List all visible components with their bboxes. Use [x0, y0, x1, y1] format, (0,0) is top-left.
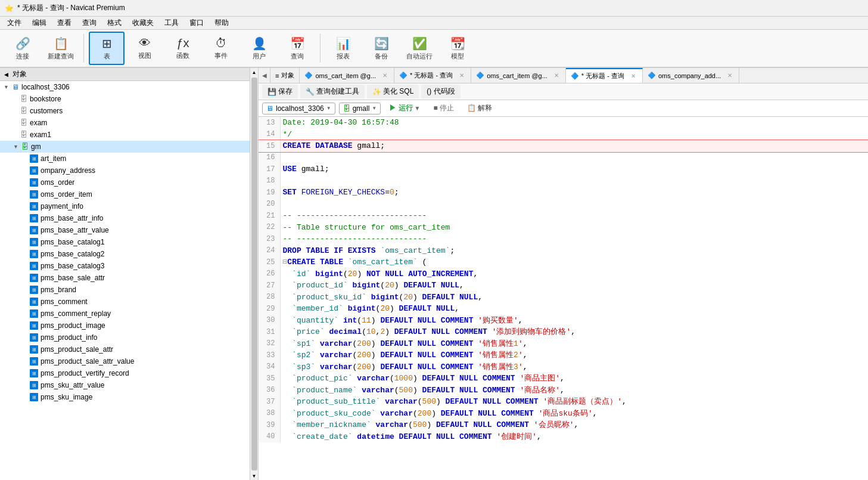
stop-button[interactable]: ■ 停止: [429, 102, 459, 114]
scroll-thumb[interactable]: [251, 78, 257, 470]
tree-item-pms_product_sale_attr[interactable]: ⊞pms_product_sale_attr: [0, 343, 250, 355]
menu-编辑[interactable]: 编辑: [27, 17, 51, 29]
line-content-20[interactable]: [280, 199, 868, 210]
tab-oms-cart2[interactable]: 🔷oms_cart_item @g...✕: [471, 68, 566, 83]
menu-工具[interactable]: 工具: [160, 17, 183, 29]
line-content-24[interactable]: DROP TABLE IF EXISTS `oms_cart_item`;: [280, 245, 868, 257]
tree-item-pms_comment[interactable]: ⊞pms_comment: [0, 296, 250, 308]
tree-item-ompany_address[interactable]: ⊞ompany_address: [0, 165, 250, 176]
tree-item-pms_comment_replay[interactable]: ⊞pms_comment_replay: [0, 308, 250, 320]
line-content-31[interactable]: `price` decimal(10,2) DEFAULT NULL COMME…: [280, 326, 868, 338]
tree-item-pms_brand[interactable]: ⊞pms_brand: [0, 284, 250, 296]
toolbar-btn-new-query[interactable]: 📋新建查询: [43, 32, 79, 65]
menu-窗口[interactable]: 窗口: [185, 17, 209, 29]
tree-item-pms_base_catalog1[interactable]: ⊞pms_base_catalog1: [0, 236, 250, 248]
line-content-21[interactable]: -- ----------------------------: [280, 210, 868, 222]
line-content-26[interactable]: `id` bigint(20) NOT NULL AUTO_INCREMENT,: [280, 268, 868, 280]
query-builder-button[interactable]: 🔧 查询创建工具: [300, 85, 365, 98]
menu-帮助[interactable]: 帮助: [210, 17, 234, 29]
scroll-up-arrow[interactable]: ▲: [250, 68, 259, 76]
tree-item-exam[interactable]: 🗄exam: [0, 117, 250, 129]
toolbar-btn-user[interactable]: 👤用户: [241, 32, 277, 65]
tree-item-pms_base_attr_value[interactable]: ⊞pms_base_attr_value: [0, 224, 250, 236]
menu-查询[interactable]: 查询: [77, 17, 101, 29]
line-content-32[interactable]: `sp1` varchar(200) DEFAULT NULL COMMENT …: [280, 338, 868, 350]
save-button[interactable]: 💾 保存: [262, 85, 298, 98]
line-content-36[interactable]: `product_name` varchar(500) DEFAULT NULL…: [280, 385, 868, 397]
database-select[interactable]: 🗄 gmall ▼: [339, 103, 381, 114]
tree-item-oms_order_item[interactable]: ⊞oms_order_item: [0, 188, 250, 200]
tree-item-pms_product_info[interactable]: ⊞pms_product_info: [0, 332, 250, 343]
sidebar-scrollbar[interactable]: ▲ ▼: [250, 68, 259, 480]
tree-item-payment_info[interactable]: ⊞payment_info: [0, 200, 250, 212]
tree-item-pms_sku_image[interactable]: ⊞pms_sku_image: [0, 391, 250, 403]
tab-oms-cart1[interactable]: 🔷oms_cart_item @g...✕: [300, 68, 394, 83]
tree-item-localhost_3306[interactable]: ▼🖥localhost_3306: [0, 81, 250, 93]
tab-close-untitled2[interactable]: ✕: [629, 72, 637, 80]
toolbar-btn-backup[interactable]: 🔄备份: [363, 32, 399, 65]
code-snippet-button[interactable]: () 代码段: [421, 85, 460, 98]
line-content-35[interactable]: `product_pic` varchar(1000) DEFAULT NULL…: [280, 373, 868, 385]
scroll-down-arrow[interactable]: ▼: [250, 472, 259, 480]
scroll-up-btn[interactable]: ◀: [2, 72, 10, 78]
line-content-37[interactable]: `product_sub_title` varchar(500) DEFAULT…: [280, 396, 868, 408]
line-content-30[interactable]: `quantity` int(11) DEFAULT NULL COMMENT …: [280, 315, 868, 327]
tree-item-art_item[interactable]: ⊞art_item: [0, 153, 250, 165]
run-dropdown[interactable]: ▼: [415, 105, 421, 112]
toolbar-btn-connect[interactable]: 🔗连接: [5, 32, 41, 65]
tab-oms-company[interactable]: 🔷oms_company_add...✕: [643, 68, 739, 83]
run-button[interactable]: ▶ 运行 ▼: [384, 102, 425, 114]
tab-close-oms-cart2[interactable]: ✕: [552, 72, 561, 80]
tab-close-oms-cart1[interactable]: ✕: [381, 72, 389, 80]
tree-item-pms_base_attr_info[interactable]: ⊞pms_base_attr_info: [0, 212, 250, 224]
line-content-23[interactable]: -- ----------------------------: [280, 233, 868, 245]
toolbar-btn-function[interactable]: ƒx函数: [165, 32, 201, 65]
tree-item-bookstore[interactable]: 🗄bookstore: [0, 93, 250, 105]
toolbar-btn-report[interactable]: 📊报表: [325, 32, 361, 65]
tab-nav-left[interactable]: ◀: [259, 68, 270, 83]
line-content-17[interactable]: USE gmall;: [280, 163, 868, 175]
line-content-39[interactable]: `member_nickname` varchar(500) DEFAULT N…: [280, 419, 868, 431]
tree-item-pms_product_sale_attr_value[interactable]: ⊞pms_product_sale_attr_value: [0, 355, 250, 367]
code-editor[interactable]: 13Date: 2019-04-30 16:57:4814*/15CREATE …: [259, 117, 868, 480]
line-content-27[interactable]: `product_id` bigint(20) DEFAULT NULL,: [280, 280, 868, 292]
line-content-15[interactable]: CREATE DATABASE gmall;: [280, 140, 868, 152]
tree-item-pms_base_sale_attr[interactable]: ⊞pms_base_sale_attr: [0, 272, 250, 284]
explain-button[interactable]: 📋 解释: [462, 102, 497, 114]
tree-item-pms_product_vertify_record[interactable]: ⊞pms_product_vertify_record: [0, 367, 250, 379]
tab-untitled1[interactable]: 🔷* 无标题 - 查询✕: [394, 68, 471, 83]
line-content-13[interactable]: Date: 2019-04-30 16:57:48: [280, 117, 868, 129]
beautify-button[interactable]: ✨ 美化 SQL: [367, 85, 419, 98]
line-content-18[interactable]: [280, 175, 868, 187]
menu-查看[interactable]: 查看: [52, 17, 76, 29]
line-content-22[interactable]: -- Table structure for oms_cart_item: [280, 222, 868, 234]
line-content-16[interactable]: [280, 152, 868, 164]
tree-item-pms_sku_attr_value[interactable]: ⊞pms_sku_attr_value: [0, 379, 250, 391]
line-content-14[interactable]: */: [280, 129, 868, 141]
tree-item-exam1[interactable]: 🗄exam1: [0, 129, 250, 141]
tree-item-pms_base_catalog2[interactable]: ⊞pms_base_catalog2: [0, 248, 250, 260]
menu-格式[interactable]: 格式: [102, 17, 126, 29]
tab-close-untitled1[interactable]: ✕: [458, 72, 466, 80]
line-content-38[interactable]: `product_sku_code` varchar(200) DEFAULT …: [280, 408, 868, 420]
toolbar-btn-table[interactable]: ⊞表: [89, 32, 125, 65]
tree-item-customers[interactable]: 🗄customers: [0, 105, 250, 117]
line-content-40[interactable]: `create_date` datetime DEFAULT NULL COMM…: [280, 431, 868, 443]
line-content-19[interactable]: SET FOREIGN_KEY_CHECKS=0;: [280, 187, 868, 199]
tab-obj-tab[interactable]: ≡对象: [270, 68, 300, 83]
line-content-33[interactable]: `sp2` varchar(200) DEFAULT NULL COMMENT …: [280, 349, 868, 361]
tree-item-pms_product_image[interactable]: ⊞pms_product_image: [0, 320, 250, 332]
line-content-25[interactable]: ⊟CREATE TABLE `oms_cart_item` (: [280, 256, 868, 268]
line-content-34[interactable]: `sp3` varchar(200) DEFAULT NULL COMMENT …: [280, 361, 868, 373]
connection-select[interactable]: 🖥 localhost_3306 ▼: [262, 103, 335, 114]
line-content-28[interactable]: `product_sku_id` bigint(20) DEFAULT NULL…: [280, 292, 868, 304]
tree-item-oms_order[interactable]: ⊞oms_order: [0, 176, 250, 188]
menu-收藏夹[interactable]: 收藏夹: [127, 17, 158, 29]
toolbar-btn-autorun[interactable]: ✅自动运行: [402, 32, 437, 65]
toolbar-btn-view[interactable]: 👁视图: [127, 32, 163, 65]
tab-untitled2[interactable]: 🔷* 无标题 - 查询✕: [566, 68, 643, 83]
tree-item-pms_base_catalog3[interactable]: ⊞pms_base_catalog3: [0, 260, 250, 272]
tab-close-oms-company[interactable]: ✕: [726, 72, 734, 80]
tree-item-gm[interactable]: ▼🗄gm: [0, 141, 250, 153]
toolbar-btn-event[interactable]: ⏱事件: [203, 32, 239, 65]
